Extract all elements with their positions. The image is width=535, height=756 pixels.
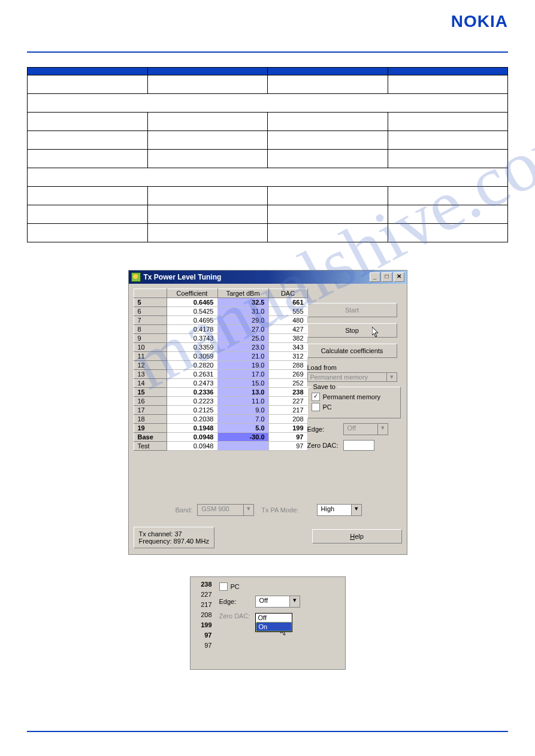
nokia-logo: NOKIA [451,12,508,31]
zero-dac-input[interactable] [343,440,374,451]
save-to-group: Save to ✓Permanent memory PC [307,387,401,418]
band-combo[interactable]: GSM 900▾ [197,504,254,516]
pc-checkbox[interactable]: PC [312,403,397,411]
window-title: Tx Power Level Tuning [144,273,222,281]
load-from-combo[interactable]: Permanent memory▾ [307,372,397,382]
chevron-down-icon[interactable]: ▾ [243,505,253,515]
option-off[interactable]: Off [256,614,292,622]
pc-checkbox-2[interactable]: PC [219,582,341,591]
edge-dropdown-list[interactable]: Off On [255,613,292,632]
txpa-label: Tx PA Mode: [261,506,298,514]
help-button[interactable]: Help [312,529,402,544]
chevron-down-icon[interactable]: ▾ [351,505,361,515]
stop-button[interactable]: Stop [307,323,397,338]
close-icon[interactable]: ✕ [394,272,404,282]
tx-power-window: Tx Power Level Tuning _ □ ✕ CoefficientT… [128,270,407,555]
calc-button[interactable]: Calculate coefficients [307,344,397,358]
minimize-icon[interactable]: _ [370,272,380,282]
app-icon [131,272,141,282]
power-grid[interactable]: CoefficientTarget dBmDAC50.646532.566160… [134,289,308,451]
band-label: Band: [176,506,193,514]
txpa-combo[interactable]: High▾ [317,504,362,516]
zero-dac-label-2: Zero DAC: [219,612,255,620]
start-button[interactable]: Start [307,303,397,317]
perm-memory-checkbox[interactable]: ✓Permanent memory [312,393,397,401]
edge-combo[interactable]: Off▾ [343,423,388,435]
maximize-icon[interactable]: □ [382,272,392,282]
edge-label-2: Edge: [219,598,255,605]
titlebar[interactable]: Tx Power Level Tuning _ □ ✕ [129,271,407,284]
edge-combo-2[interactable]: Off▾ [255,596,300,608]
spec-table [27,67,508,242]
chevron-down-icon[interactable]: ▾ [289,596,300,607]
zero-dac-label: Zero DAC: [307,442,343,449]
edge-dropdown-panel: 2382272172081999797 PC Edge: Off▾ Zero D… [190,576,346,670]
load-from-label: Load from [307,364,401,371]
edge-label: Edge: [307,426,343,433]
dac-column: 2382272172081999797 [194,579,213,651]
option-on[interactable]: On [256,622,292,631]
channel-info: Tx channel: 37 Frequency: 897.40 MHz [134,527,214,548]
chevron-down-icon[interactable]: ▾ [377,424,388,435]
chevron-down-icon[interactable]: ▾ [386,373,397,381]
